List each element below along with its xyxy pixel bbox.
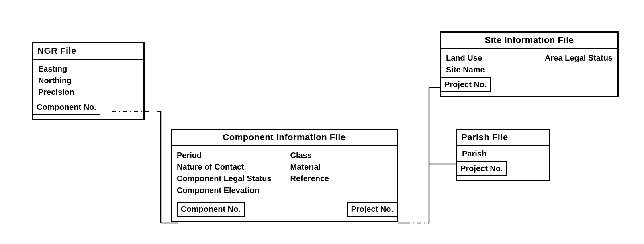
field-label: Parish [462, 148, 544, 160]
field-label: Nature of Contact [177, 161, 278, 173]
key-component-no: Component No. [33, 100, 100, 115]
entity-body: Easting Northing Precision Component No. [33, 60, 143, 119]
field-label: Material [290, 161, 392, 173]
entity-ngr-file: NGR File Easting Northing Precision Comp… [32, 42, 145, 120]
key-project-no: Project No. [440, 77, 491, 92]
entity-title: Site Information File [441, 33, 617, 49]
key-component-no: Component No. [177, 202, 245, 217]
field-label: Easting [38, 63, 139, 75]
field-label: Period [177, 150, 278, 161]
entity-body: Parish Project No. [457, 146, 549, 180]
entity-parish-file: Parish File Parish Project No. [456, 129, 550, 181]
field-label: Class [290, 150, 392, 161]
field-label: Component Elevation [177, 185, 278, 196]
field-label: Site Name [446, 64, 613, 76]
field-label: Component Legal Status [177, 173, 278, 185]
entity-component-information-file: Component Information File Period Nature… [171, 129, 398, 222]
entity-title: NGR File [33, 43, 143, 60]
key-project-no: Project No. [456, 161, 507, 176]
entity-body: Land Use Area Legal Status Site Name Pro… [441, 49, 617, 96]
entity-body: Period Nature of Contact Component Legal… [172, 146, 397, 221]
entity-site-information-file: Site Information File Land Use Area Lega… [440, 31, 619, 97]
field-label: Area Legal Status [545, 52, 613, 64]
entity-title: Component Information File [172, 130, 397, 146]
field-label: Reference [290, 173, 392, 185]
field-label: Land Use [446, 52, 482, 64]
entity-title: Parish File [457, 130, 549, 146]
key-project-no: Project No. [347, 202, 397, 217]
field-label: Precision [38, 86, 139, 98]
field-label: Northing [38, 75, 139, 86]
